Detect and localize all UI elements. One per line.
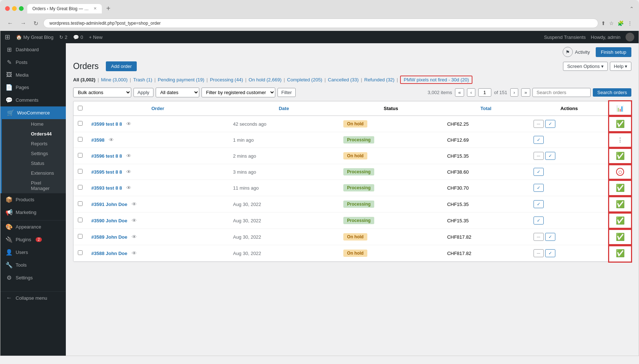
customer-filter-select[interactable]: Filter by registered customer bbox=[201, 88, 275, 97]
row-checkbox[interactable] bbox=[78, 234, 83, 239]
extensions-icon[interactable]: 🧩 bbox=[618, 20, 624, 26]
order-link[interactable]: #3595 test 8 8 bbox=[91, 169, 122, 175]
order-link[interactable]: #3590 John Doe bbox=[91, 218, 127, 223]
reload-button[interactable]: ↻ bbox=[31, 19, 40, 28]
close-dot[interactable] bbox=[5, 6, 10, 11]
filter-tab-pmw[interactable]: PMW pixels not fired - 30d (20) bbox=[400, 76, 472, 84]
order-action-check-button[interactable]: ✓ bbox=[534, 200, 544, 208]
select-all-checkbox[interactable] bbox=[78, 106, 83, 110]
order-link[interactable]: #3598 bbox=[91, 137, 104, 143]
activity-button[interactable]: ⚑ Activity bbox=[563, 47, 590, 57]
order-action-check-button[interactable]: ✓ bbox=[545, 249, 555, 257]
sidebar-item-pages[interactable]: 📄 Pages bbox=[0, 81, 66, 94]
order-action-dots-button[interactable]: ··· bbox=[534, 249, 544, 257]
row-checkbox[interactable] bbox=[78, 201, 83, 206]
browser-tab[interactable]: Orders ‹ My Great Blog — Wo... ✕ bbox=[27, 4, 102, 13]
order-column-header[interactable]: Order bbox=[87, 101, 229, 116]
row-checkbox[interactable] bbox=[78, 169, 83, 174]
filter-tab-trash[interactable]: Trash (1) bbox=[133, 77, 152, 82]
filter-tab-pending[interactable]: Pending payment (19) bbox=[158, 77, 204, 82]
order-action-check-button[interactable]: ✓ bbox=[545, 120, 555, 128]
prev-page-button[interactable]: ‹ bbox=[467, 88, 475, 97]
suspend-transients-link[interactable]: Suspend Transients bbox=[544, 35, 586, 40]
new-content-link[interactable]: + New bbox=[89, 35, 103, 40]
sidebar-item-woocommerce[interactable]: 🛒 WooCommerce bbox=[2, 106, 66, 119]
row-checkbox[interactable] bbox=[78, 218, 83, 222]
back-button[interactable]: ← bbox=[5, 19, 15, 27]
comments-link[interactable]: 💬 0 bbox=[73, 35, 83, 40]
sidebar-item-marketing[interactable]: 📢 Marketing bbox=[0, 206, 66, 219]
sidebar-item-tools[interactable]: 🔧 Tools bbox=[0, 259, 66, 271]
order-action-dots-button[interactable]: ··· bbox=[534, 233, 544, 241]
filter-tab-all[interactable]: All (3,002) bbox=[73, 77, 95, 82]
order-link[interactable]: #3599 test 8 8 bbox=[91, 121, 122, 127]
forward-button[interactable]: → bbox=[18, 19, 28, 27]
filter-tab-onhold[interactable]: On hold (2,669) bbox=[249, 77, 281, 82]
finish-setup-button[interactable]: Finish setup bbox=[596, 47, 631, 57]
sidebar-sub-orders[interactable]: Orders 44 bbox=[16, 129, 66, 139]
updates-link[interactable]: ↻ 2 bbox=[59, 35, 67, 40]
share-icon[interactable]: ⬆ bbox=[601, 20, 606, 26]
sidebar-sub-home[interactable]: Home bbox=[16, 119, 66, 129]
apply-button[interactable]: Apply bbox=[133, 88, 153, 97]
order-action-check-button[interactable]: ✓ bbox=[545, 233, 555, 241]
sidebar-item-comments[interactable]: 💬 Comments bbox=[0, 94, 66, 106]
address-bar[interactable]: wordpress.test/wp-admin/edit.php?post_ty… bbox=[43, 19, 598, 28]
site-name-link[interactable]: 🏠 My Great Blog bbox=[16, 35, 53, 40]
last-page-button[interactable]: » bbox=[521, 88, 530, 97]
order-action-check-button[interactable]: ✓ bbox=[534, 168, 544, 176]
order-action-dots-button[interactable]: ··· bbox=[534, 152, 544, 160]
page-number-input[interactable] bbox=[478, 88, 491, 97]
maximize-dot[interactable] bbox=[19, 6, 24, 11]
date-column-header[interactable]: Date bbox=[229, 101, 339, 116]
order-link[interactable]: #3588 John Doe bbox=[91, 251, 127, 256]
order-action-dots-button[interactable]: ··· bbox=[534, 120, 544, 128]
sidebar-item-appearance[interactable]: 🎨 Appearance bbox=[0, 221, 66, 233]
order-link[interactable]: #3589 John Doe bbox=[91, 234, 127, 240]
browser-menu-icon[interactable]: ⋮ bbox=[627, 20, 632, 26]
sidebar-sub-pixel-manager[interactable]: Pixel Manager bbox=[16, 178, 66, 193]
wp-logo[interactable]: ⊞ bbox=[5, 33, 10, 41]
tab-close-icon[interactable]: ✕ bbox=[93, 6, 97, 11]
order-action-check-button[interactable]: ✓ bbox=[545, 152, 555, 160]
filter-tab-processing[interactable]: Processing (44) bbox=[210, 77, 243, 82]
filter-button[interactable]: Filter bbox=[277, 88, 296, 97]
bulk-actions-select[interactable]: Bulk actions bbox=[73, 88, 131, 97]
sidebar-item-users[interactable]: 👤 Users bbox=[0, 246, 66, 259]
sidebar-item-products[interactable]: 📦 Products bbox=[0, 193, 66, 206]
filter-tab-cancelled[interactable]: Cancelled (33) bbox=[328, 77, 359, 82]
search-orders-input[interactable] bbox=[532, 88, 591, 97]
row-checkbox[interactable] bbox=[78, 153, 83, 158]
search-orders-button[interactable]: Search orders bbox=[593, 88, 631, 97]
order-link[interactable]: #3591 John Doe bbox=[91, 202, 127, 207]
sidebar-item-settings[interactable]: ⚙ Settings bbox=[0, 271, 66, 284]
next-page-button[interactable]: › bbox=[510, 88, 518, 97]
order-action-check-button[interactable]: ✓ bbox=[534, 184, 544, 192]
screen-options-button[interactable]: Screen Options ▾ bbox=[563, 62, 607, 71]
total-column-header[interactable]: Total bbox=[443, 101, 529, 116]
sidebar-item-posts[interactable]: ✎ Posts bbox=[0, 56, 66, 69]
row-checkbox[interactable] bbox=[78, 250, 83, 255]
row-checkbox[interactable] bbox=[78, 185, 83, 190]
sidebar-sub-settings[interactable]: Settings bbox=[16, 149, 66, 158]
sidebar-sub-extensions[interactable]: Extensions bbox=[16, 168, 66, 178]
filter-tab-completed[interactable]: Completed (205) bbox=[287, 77, 322, 82]
order-action-check-button[interactable]: ✓ bbox=[534, 136, 544, 144]
bookmark-icon[interactable]: ☆ bbox=[609, 20, 614, 26]
order-link[interactable]: #3596 test 8 8 bbox=[91, 153, 122, 159]
sidebar-item-dashboard[interactable]: ⊞ Dashboard bbox=[0, 43, 66, 56]
help-button[interactable]: Help ▾ bbox=[610, 62, 631, 71]
date-filter-select[interactable]: All dates bbox=[156, 88, 199, 97]
first-page-button[interactable]: « bbox=[455, 88, 464, 97]
sidebar-item-plugins[interactable]: 🔌 Plugins 2 bbox=[0, 233, 66, 246]
minimize-dot[interactable] bbox=[12, 6, 17, 11]
row-checkbox[interactable] bbox=[78, 121, 83, 126]
order-link[interactable]: #3593 test 8 8 bbox=[91, 185, 122, 191]
sidebar-sub-status[interactable]: Status bbox=[16, 158, 66, 168]
sidebar-sub-reports[interactable]: Reports bbox=[16, 139, 66, 149]
new-tab-button[interactable]: + bbox=[103, 4, 113, 13]
filter-tab-mine[interactable]: Mine (3,000) bbox=[101, 77, 128, 82]
sidebar-item-media[interactable]: 🖼 Media bbox=[0, 69, 66, 81]
filter-tab-refunded[interactable]: Refunded (32) bbox=[364, 77, 395, 82]
add-order-button[interactable]: Add order bbox=[106, 61, 137, 71]
